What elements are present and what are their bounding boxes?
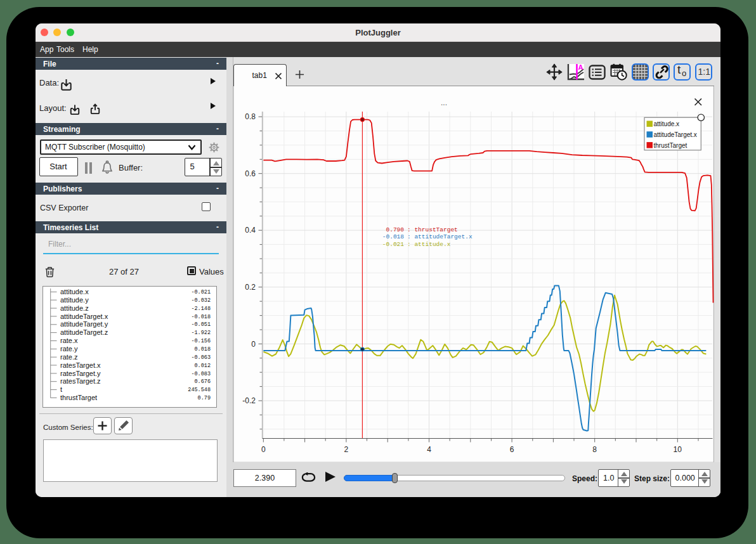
- svg-text:-0.2: -0.2: [242, 396, 256, 405]
- svg-text:A: A: [578, 63, 583, 71]
- svg-text:-0.021: -0.021: [382, 241, 405, 248]
- svg-text:...: ...: [441, 98, 447, 107]
- svg-text:0.8: 0.8: [245, 112, 256, 121]
- svg-text:0.2: 0.2: [245, 283, 256, 292]
- svg-text:0: 0: [251, 340, 256, 349]
- svg-text:: attitude.x: : attitude.x: [407, 241, 451, 248]
- svg-text:0: 0: [261, 445, 266, 454]
- svg-text:-0.018: -0.018: [382, 233, 405, 240]
- svg-text:8: 8: [592, 445, 597, 454]
- svg-text:0.6: 0.6: [245, 169, 256, 178]
- svg-text:10: 10: [674, 445, 682, 454]
- svg-text:0.4: 0.4: [245, 226, 256, 235]
- svg-text:6: 6: [510, 445, 514, 454]
- svg-text:: thrustTarget: : thrustTarget: [407, 226, 458, 233]
- svg-text:: attitudeTarget.x: : attitudeTarget.x: [407, 233, 472, 240]
- svg-text:attitudeTarget.x: attitudeTarget.x: [654, 131, 697, 138]
- svg-text:0.790: 0.790: [386, 226, 404, 233]
- svg-text:4: 4: [427, 445, 431, 454]
- svg-text:2: 2: [344, 445, 349, 454]
- svg-text:attitude.x: attitude.x: [654, 120, 680, 127]
- svg-text:thrustTarget: thrustTarget: [654, 142, 688, 149]
